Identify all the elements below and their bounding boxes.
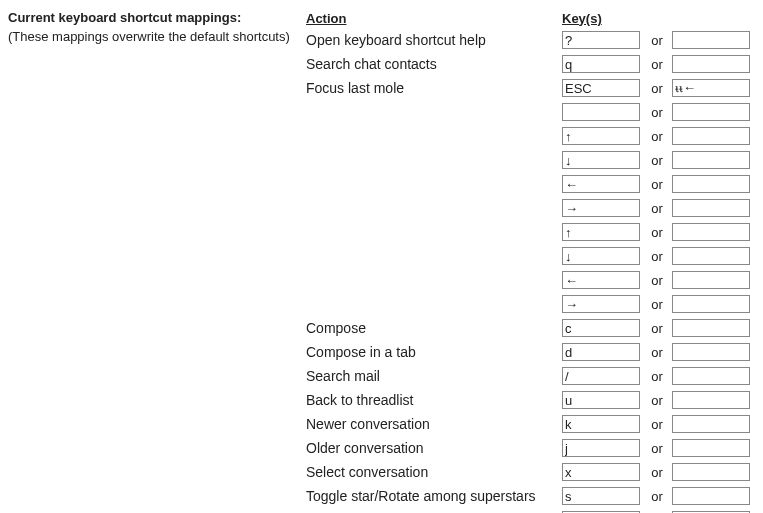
action-label: Compose	[306, 320, 366, 336]
secondary-key-input[interactable]	[672, 79, 750, 97]
primary-key-input[interactable]	[562, 247, 640, 265]
secondary-key-input[interactable]	[672, 103, 750, 121]
action-label: Newer conversation	[306, 416, 430, 432]
secondary-key-input[interactable]	[672, 487, 750, 505]
primary-key-input[interactable]	[562, 343, 640, 361]
action-label: Older conversation	[306, 440, 424, 456]
or-label: or	[642, 273, 672, 288]
secondary-key-cell	[672, 55, 752, 73]
action-label: Toggle star/Rotate among superstars	[306, 488, 536, 504]
action-cell: Older conversation	[306, 440, 562, 456]
primary-key-cell	[562, 247, 642, 265]
secondary-key-cell	[672, 247, 752, 265]
primary-key-cell	[562, 103, 642, 121]
secondary-key-input[interactable]	[672, 391, 750, 409]
secondary-key-cell	[672, 271, 752, 289]
primary-key-input[interactable]	[562, 415, 640, 433]
shortcut-row: or	[306, 244, 755, 268]
primary-key-input[interactable]	[562, 55, 640, 73]
primary-key-input[interactable]	[562, 319, 640, 337]
shortcut-row: Remove labelor	[306, 508, 755, 513]
secondary-key-input[interactable]	[672, 415, 750, 433]
secondary-key-input[interactable]	[672, 367, 750, 385]
shortcut-row: Composeor	[306, 316, 755, 340]
secondary-key-cell	[672, 367, 752, 385]
or-label: or	[642, 417, 672, 432]
primary-key-input[interactable]	[562, 31, 640, 49]
primary-key-input[interactable]	[562, 295, 640, 313]
action-cell: Toggle star/Rotate among superstars	[306, 488, 562, 504]
secondary-key-input[interactable]	[672, 343, 750, 361]
action-cell: Search chat contacts	[306, 56, 562, 72]
action-label: Search chat contacts	[306, 56, 437, 72]
or-label: or	[642, 153, 672, 168]
action-cell: Focus last mole	[306, 80, 562, 96]
primary-key-input[interactable]	[562, 463, 640, 481]
shortcut-row: Back to threadlistor	[306, 388, 755, 412]
action-label: Open keyboard shortcut help	[306, 32, 486, 48]
primary-key-cell	[562, 487, 642, 505]
secondary-key-cell	[672, 199, 752, 217]
action-cell: Compose	[306, 320, 562, 336]
header-action: Action	[306, 11, 562, 26]
or-label: or	[642, 465, 672, 480]
secondary-key-input[interactable]	[672, 175, 750, 193]
action-label: Focus last mole	[306, 80, 404, 96]
secondary-key-input[interactable]	[672, 247, 750, 265]
or-label: or	[642, 129, 672, 144]
primary-key-input[interactable]	[562, 271, 640, 289]
action-cell: Compose in a tab	[306, 344, 562, 360]
secondary-key-cell	[672, 391, 752, 409]
secondary-key-cell	[672, 439, 752, 457]
secondary-key-cell	[672, 463, 752, 481]
primary-key-input[interactable]	[562, 367, 640, 385]
shortcut-row: Focus last moleor	[306, 76, 755, 100]
primary-key-cell	[562, 55, 642, 73]
primary-key-input[interactable]	[562, 79, 640, 97]
primary-key-input[interactable]	[562, 487, 640, 505]
secondary-key-input[interactable]	[672, 439, 750, 457]
action-cell: Select conversation	[306, 464, 562, 480]
primary-key-cell	[562, 271, 642, 289]
secondary-key-input[interactable]	[672, 199, 750, 217]
or-label: or	[642, 201, 672, 216]
primary-key-input[interactable]	[562, 199, 640, 217]
secondary-key-input[interactable]	[672, 295, 750, 313]
shortcut-row: Toggle star/Rotate among superstarsor	[306, 484, 755, 508]
primary-key-input[interactable]	[562, 127, 640, 145]
primary-key-input[interactable]	[562, 223, 640, 241]
or-label: or	[642, 57, 672, 72]
primary-key-input[interactable]	[562, 103, 640, 121]
primary-key-cell	[562, 199, 642, 217]
or-label: or	[642, 489, 672, 504]
primary-key-cell	[562, 343, 642, 361]
shortcut-row: or	[306, 268, 755, 292]
primary-key-input[interactable]	[562, 439, 640, 457]
primary-key-input[interactable]	[562, 391, 640, 409]
primary-key-input[interactable]	[562, 175, 640, 193]
secondary-key-input[interactable]	[672, 271, 750, 289]
primary-key-cell	[562, 463, 642, 481]
shortcut-row: or	[306, 148, 755, 172]
secondary-key-input[interactable]	[672, 151, 750, 169]
secondary-key-input[interactable]	[672, 463, 750, 481]
action-label: Back to threadlist	[306, 392, 413, 408]
secondary-key-input[interactable]	[672, 55, 750, 73]
secondary-key-cell	[672, 487, 752, 505]
intro-heading: Current keyboard shortcut mappings:	[8, 8, 298, 28]
secondary-key-input[interactable]	[672, 127, 750, 145]
secondary-key-cell	[672, 31, 752, 49]
or-label: or	[642, 441, 672, 456]
primary-key-cell	[562, 31, 642, 49]
primary-key-cell	[562, 151, 642, 169]
secondary-key-cell	[672, 415, 752, 433]
shortcut-row: Search mailor	[306, 364, 755, 388]
secondary-key-input[interactable]	[672, 31, 750, 49]
secondary-key-input[interactable]	[672, 223, 750, 241]
header-row: Action Key(s)	[306, 8, 755, 28]
primary-key-input[interactable]	[562, 151, 640, 169]
action-cell: Open keyboard shortcut help	[306, 32, 562, 48]
primary-key-cell	[562, 367, 642, 385]
secondary-key-input[interactable]	[672, 319, 750, 337]
primary-key-cell	[562, 439, 642, 457]
